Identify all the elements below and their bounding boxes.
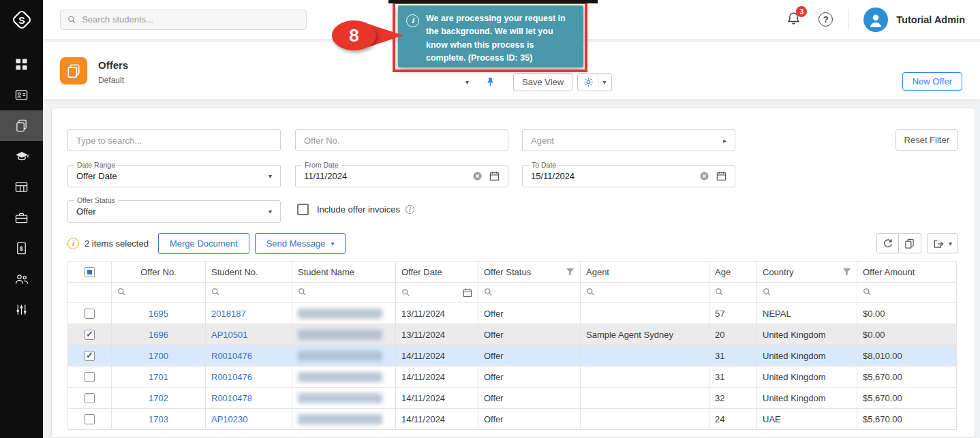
user-name[interactable]: Tutorial Admin <box>896 14 965 25</box>
table-row[interactable]: 1702 R0010478 14/11/2024 Offer 32 United… <box>68 388 957 409</box>
col-header-student-no[interactable]: Student No. <box>206 262 292 283</box>
offer-no-field[interactable] <box>295 129 508 151</box>
search-input[interactable] <box>82 14 299 25</box>
sidebar-item-services[interactable] <box>0 202 43 233</box>
offer-no-link[interactable]: 1695 <box>149 309 168 319</box>
select-all-checkbox[interactable] <box>85 267 95 277</box>
table-row[interactable]: 1701 R0010476 14/11/2024 Offer 31 United… <box>68 366 957 388</box>
row-checkbox[interactable] <box>85 309 95 319</box>
sidebar-item-courses[interactable] <box>0 141 43 172</box>
student-no-link[interactable]: AP10230 <box>211 414 248 424</box>
merge-document-button[interactable]: Merge Document <box>158 233 249 254</box>
filter-cell-agent[interactable] <box>581 283 709 303</box>
send-message-button[interactable]: Send Message ▾ <box>255 233 346 254</box>
new-offer-button[interactable]: New Offer <box>902 72 962 91</box>
clear-icon[interactable] <box>472 171 483 181</box>
agent-cell[interactable] <box>581 303 709 324</box>
reset-filter-button[interactable]: Reset Filter <box>895 129 958 151</box>
column-chooser-button[interactable] <box>899 233 921 253</box>
agent-dropdown[interactable]: Agent ▸ <box>522 129 735 151</box>
processing-toast[interactable]: i We are processing your request in the … <box>398 5 583 67</box>
help-button[interactable]: ? <box>818 12 833 27</box>
agent-cell[interactable] <box>581 345 709 366</box>
col-header-agent[interactable]: Agent <box>581 262 709 283</box>
filter-cell-offer-no[interactable] <box>112 283 206 303</box>
row-checkbox[interactable] <box>85 330 95 340</box>
calendar-icon[interactable] <box>463 288 472 298</box>
filter-funnel-icon[interactable] <box>842 268 851 277</box>
save-view-button[interactable]: Save View <box>513 73 572 91</box>
sidebar-item-reports[interactable] <box>0 172 43 202</box>
type-to-search-input[interactable] <box>76 136 272 146</box>
agent-cell[interactable] <box>581 366 709 388</box>
agent-cell[interactable]: Sample Agent Sydney <box>581 324 709 345</box>
type-to-search-field[interactable] <box>67 129 281 151</box>
agent-cell[interactable] <box>581 388 709 409</box>
offer-no-link[interactable]: 1700 <box>149 351 168 361</box>
refresh-button[interactable] <box>876 233 899 253</box>
notifications-button[interactable]: 3 <box>786 11 801 28</box>
filter-cell-offer-status[interactable] <box>478 283 581 303</box>
col-header-country[interactable]: Country <box>757 262 857 283</box>
offer-no-link[interactable]: 1696 <box>149 330 168 340</box>
filter-cell-age[interactable] <box>709 283 757 303</box>
sidebar-item-invoices[interactable]: $ <box>0 233 43 264</box>
row-checkbox[interactable] <box>85 351 95 361</box>
user-avatar[interactable] <box>863 7 888 32</box>
student-no-link[interactable]: R0010476 <box>211 351 252 361</box>
col-header-offer-no[interactable]: Offer No. <box>112 262 206 283</box>
include-invoices-checkbox[interactable] <box>297 204 309 215</box>
filter-cell-offer-amount[interactable] <box>857 283 957 303</box>
student-no-link[interactable]: R0010476 <box>211 372 252 382</box>
agent-cell[interactable] <box>581 409 709 430</box>
row-checkbox[interactable] <box>85 393 95 403</box>
offer-no-link[interactable]: 1701 <box>149 372 168 382</box>
student-no-link[interactable]: R0010478 <box>211 393 252 403</box>
row-select-cell[interactable] <box>68 366 112 388</box>
sidebar-item-agents[interactable] <box>0 264 43 294</box>
table-row[interactable]: 1696 AP10501 13/11/2024 Offer Sample Age… <box>68 324 957 345</box>
filter-funnel-icon[interactable] <box>566 268 575 277</box>
clear-icon[interactable] <box>699 171 709 181</box>
app-logo[interactable]: S <box>0 0 43 40</box>
offer-status-select[interactable]: Offer Status Offer ▾ <box>67 200 281 223</box>
select-all-header[interactable] <box>68 262 112 283</box>
pin-icon[interactable] <box>485 77 495 87</box>
sidebar-item-offers[interactable] <box>0 110 43 141</box>
table-row[interactable]: 1695 2018187 13/11/2024 Offer 57 NEPAL $… <box>68 303 957 324</box>
row-select-cell[interactable] <box>68 409 112 430</box>
col-header-offer-status[interactable]: Offer Status <box>478 262 581 283</box>
filter-cell-student-name[interactable] <box>292 283 396 303</box>
offer-no-link[interactable]: 1703 <box>149 414 168 424</box>
row-select-cell[interactable] <box>68 388 112 409</box>
export-button[interactable]: ▾ <box>927 233 958 253</box>
global-search[interactable] <box>60 10 307 30</box>
offer-no-link[interactable]: 1702 <box>149 393 168 403</box>
from-date-field[interactable]: From Date 11/11/2024 <box>295 165 508 187</box>
filter-cell-offer-date[interactable] <box>396 283 478 303</box>
view-settings-button[interactable]: ▾ <box>577 73 612 91</box>
table-row[interactable]: 1700 R0010476 14/11/2024 Offer 31 United… <box>68 345 957 366</box>
offer-no-input[interactable] <box>304 136 500 146</box>
filter-cell-country[interactable] <box>757 283 857 303</box>
row-select-cell[interactable] <box>68 345 112 366</box>
col-header-age[interactable]: Age <box>709 262 757 283</box>
row-checkbox[interactable] <box>85 414 95 424</box>
filter-cell-student-no[interactable] <box>206 283 292 303</box>
col-header-offer-amount[interactable]: Offer Amount <box>857 262 957 283</box>
sidebar-item-contacts[interactable] <box>0 80 43 110</box>
calendar-icon[interactable] <box>716 171 726 181</box>
date-range-select[interactable]: Date Range Offer Date ▾ <box>67 165 281 187</box>
sidebar-item-settings[interactable] <box>0 294 43 325</box>
calendar-icon[interactable] <box>489 171 500 181</box>
view-selector-caret[interactable]: ▾ <box>465 78 469 86</box>
row-checkbox[interactable] <box>85 372 95 382</box>
col-header-offer-date[interactable]: Offer Date <box>396 262 478 283</box>
to-date-field[interactable]: To Date 15/11/2024 <box>522 165 735 187</box>
student-no-link[interactable]: AP10501 <box>211 330 248 340</box>
table-row[interactable]: 1703 AP10230 14/11/2024 Offer 24 UAE $5,… <box>68 409 957 430</box>
student-no-link[interactable]: 2018187 <box>211 309 246 319</box>
row-select-cell[interactable] <box>68 324 112 345</box>
col-header-student-name[interactable]: Student Name <box>292 262 396 283</box>
row-select-cell[interactable] <box>68 303 112 324</box>
